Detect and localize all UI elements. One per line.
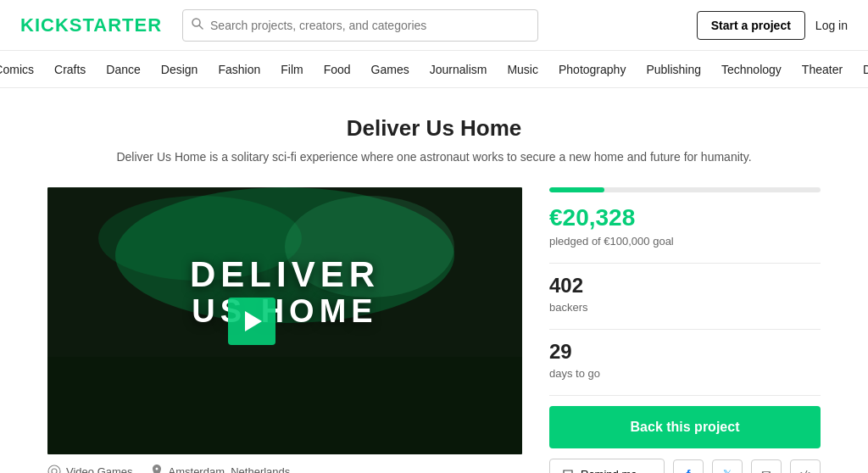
social-row: Remind me f 𝕏 ✉ </> [549, 459, 821, 473]
nav-item-photography[interactable]: Photography [559, 63, 626, 76]
facebook-share-button[interactable]: f [673, 459, 704, 474]
search-bar [182, 9, 538, 42]
svg-point-3 [52, 469, 57, 473]
twitter-share-button[interactable]: 𝕏 [712, 459, 743, 474]
video-background: DELIVER US HOME [47, 187, 522, 454]
play-button[interactable] [228, 298, 275, 345]
remind-label: Remind me [581, 468, 637, 473]
project-layout: DELIVER US HOME Video Games [47, 187, 821, 473]
svg-line-1 [199, 25, 203, 29]
play-icon [245, 311, 262, 331]
stat-days-label: days to go [549, 367, 821, 380]
meta-location: Amsterdam, Netherlands [150, 465, 291, 473]
stat-pledge-label: pledged of €100,000 goal [549, 235, 821, 248]
search-input[interactable] [210, 19, 529, 32]
nav-item-film[interactable]: Film [281, 63, 303, 76]
project-subtitle: Deliver Us Home is a solitary sci-fi exp… [47, 150, 821, 164]
main-content: Deliver Us Home Deliver Us Home is a sol… [27, 88, 841, 473]
progress-bar-fill [549, 187, 604, 192]
nav-item-comics[interactable]: Comics [0, 63, 34, 76]
stat-separator-2 [549, 329, 821, 330]
gamepad-icon [47, 465, 61, 473]
location-icon [150, 465, 164, 473]
project-stats: €20,328 pledged of €100,000 goal 402 bac… [549, 187, 821, 473]
facebook-icon: f [687, 467, 691, 473]
location-label: Amsterdam, Netherlands [169, 465, 291, 474]
back-project-button[interactable]: Back this project [549, 406, 821, 448]
stat-amount: €20,328 [549, 204, 821, 231]
nav-item-publishing[interactable]: Publishing [646, 63, 701, 76]
progress-bar-wrap [549, 187, 821, 192]
logo[interactable]: KICKSTARTER [20, 14, 162, 36]
nav-item-games[interactable]: Games [371, 63, 409, 76]
header: KICKSTARTER Start a project Log in [0, 0, 868, 51]
meta-category: Video Games [47, 465, 133, 473]
nav-item-music[interactable]: Music [507, 63, 538, 76]
login-link[interactable]: Log in [815, 19, 848, 32]
search-icon [192, 18, 203, 32]
embed-button[interactable]: </> [790, 459, 821, 474]
twitter-icon: 𝕏 [723, 468, 732, 473]
nav-item-crafts[interactable]: Crafts [54, 63, 86, 76]
email-share-button[interactable]: ✉ [751, 459, 782, 474]
stat-separator-1 [549, 263, 821, 264]
video-container[interactable]: DELIVER US HOME [47, 187, 522, 454]
category-label: Video Games [66, 465, 133, 474]
stat-separator-3 [549, 395, 821, 396]
embed-icon: </> [797, 469, 814, 473]
main-nav: Art Comics Crafts Dance Design Fashion F… [0, 51, 868, 88]
remind-button[interactable]: Remind me [549, 459, 665, 473]
header-right: Start a project Log in [697, 11, 848, 40]
stat-backers-num: 402 [549, 274, 821, 298]
bookmark-icon [562, 469, 574, 474]
nav-item-design[interactable]: Design [161, 63, 198, 76]
nav-item-discover[interactable]: Discover [863, 63, 868, 76]
project-title: Deliver Us Home [47, 115, 821, 142]
stat-backers-label: backers [549, 301, 821, 314]
project-meta: Video Games Amsterdam, Netherlands [47, 465, 522, 473]
video-title: DELIVER US HOME [47, 255, 522, 330]
nav-item-journalism[interactable]: Journalism [430, 63, 487, 76]
stat-days-num: 29 [549, 340, 821, 364]
nav-item-technology[interactable]: Technology [721, 63, 782, 76]
nav-item-food[interactable]: Food [324, 63, 351, 76]
email-icon: ✉ [761, 468, 771, 474]
project-media: DELIVER US HOME Video Games [47, 187, 522, 473]
nav-item-dance[interactable]: Dance [106, 63, 140, 76]
start-project-button[interactable]: Start a project [697, 11, 805, 40]
nav-item-fashion[interactable]: Fashion [218, 63, 260, 76]
nav-item-theater[interactable]: Theater [802, 63, 843, 76]
logo-text: KICKSTARTER [20, 14, 162, 36]
